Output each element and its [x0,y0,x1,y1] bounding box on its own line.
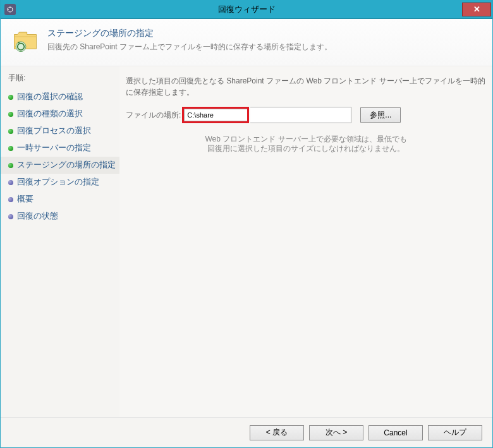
step-recovery-type[interactable]: 回復の種類の選択 [1,106,119,123]
close-button[interactable]: ✕ [462,3,491,16]
next-button[interactable]: 次へ > [309,425,363,440]
file-location-label: ファイルの場所: [126,110,181,121]
step-label: 一時サーバーの指定 [17,143,91,154]
close-icon: ✕ [473,4,480,14]
step-bullet-icon [8,95,13,100]
page-subtitle: 回復先の SharePoint ファーム上でファイルを一時的に保存する場所を指定… [47,42,332,52]
step-label: ステージングの場所の指定 [17,160,116,171]
browse-button[interactable]: 参照... [360,107,401,123]
file-location-highlight [182,107,249,123]
window-title: 回復ウィザード [1,4,492,15]
step-label: 回復の状態 [17,211,58,222]
step-label: 回復オプションの指定 [17,177,99,188]
step-bullet-icon [8,180,13,185]
step-label: 回復の選択の確認 [17,92,83,102]
app-icon [4,4,16,15]
wizard-footer: < 戻る 次へ > Cancel ヘルプ [1,417,492,447]
step-recovery-options[interactable]: 回復オプションの指定 [1,174,119,191]
recovery-wizard-window: 回復ウィザード ✕ ステージングの場所の指定 回復先の SharePoint フ… [0,0,493,448]
header-folder-icon [12,28,39,54]
step-staging-location[interactable]: ステージングの場所の指定 [1,157,119,174]
hint-text: Web フロントエンド サーバー上で必要な領域は、最低でも 回復用に選択した項目… [126,133,486,155]
steps-heading: 手順: [1,70,119,88]
step-bullet-icon [8,163,13,168]
wizard-body: 手順: 回復の選択の確認 回復の種類の選択 回復プロセスの選択 一時サーバーの指… [1,66,492,417]
file-location-row: ファイルの場所: 参照... [126,107,486,123]
step-recovery-status[interactable]: 回復の状態 [1,208,119,225]
steps-sidebar: 手順: 回復の選択の確認 回復の種類の選択 回復プロセスの選択 一時サーバーの指… [1,66,119,417]
step-bullet-icon [8,146,13,151]
file-location-input-extension[interactable] [250,107,351,123]
step-bullet-icon [8,112,13,117]
cancel-button[interactable]: Cancel [368,425,423,440]
step-bullet-icon [8,214,13,219]
main-description: 選択した項目の回復先となる SharePoint ファームの Web フロントエ… [126,75,486,98]
back-button[interactable]: < 戻る [250,425,304,440]
step-summary[interactable]: 概要 [1,191,119,208]
help-button[interactable]: ヘルプ [428,425,482,440]
step-recovery-process[interactable]: 回復プロセスの選択 [1,123,119,140]
step-bullet-icon [8,197,13,202]
header-text: ステージングの場所の指定 回復先の SharePoint ファーム上でファイルを… [47,28,332,52]
step-bullet-icon [8,129,13,134]
hint-line-2: 回復用に選択した項目のサイズにしなければなりません。 [132,143,480,155]
titlebar: 回復ウィザード ✕ [1,0,492,19]
main-panel: 選択した項目の回復先となる SharePoint ファームの Web フロントエ… [119,66,492,417]
step-temp-server[interactable]: 一時サーバーの指定 [1,140,119,157]
wizard-header: ステージングの場所の指定 回復先の SharePoint ファーム上でファイルを… [1,19,492,66]
step-recovery-selection[interactable]: 回復の選択の確認 [1,88,119,106]
file-location-input[interactable] [184,109,247,121]
step-label: 回復の種類の選択 [17,109,83,119]
step-label: 回復プロセスの選択 [17,126,91,136]
step-label: 概要 [17,194,33,205]
page-title: ステージングの場所の指定 [47,28,332,39]
